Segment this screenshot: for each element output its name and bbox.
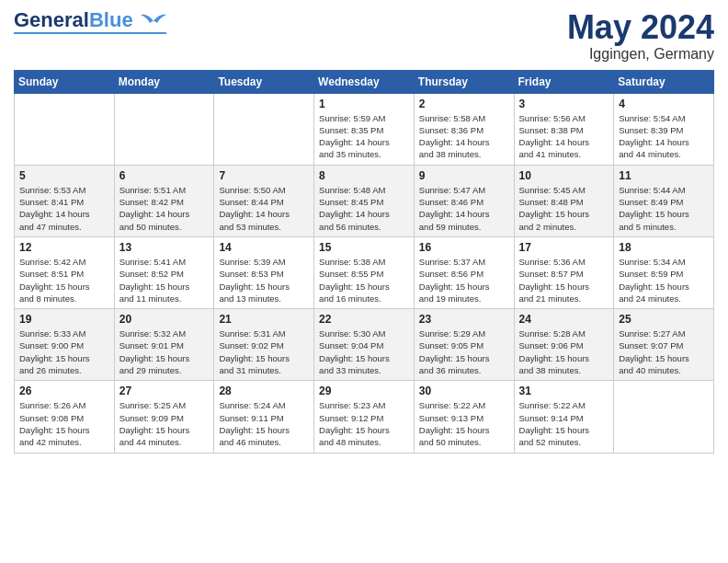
day-number: 28 bbox=[219, 385, 309, 397]
calendar-cell: 9Sunrise: 5:47 AM Sunset: 8:46 PM Daylig… bbox=[414, 165, 514, 236]
day-number: 19 bbox=[19, 313, 109, 326]
day-number: 21 bbox=[219, 313, 309, 326]
header-friday: Friday bbox=[514, 70, 614, 93]
header-monday: Monday bbox=[114, 70, 214, 93]
calendar-row-3: 12Sunrise: 5:42 AM Sunset: 8:51 PM Dayli… bbox=[15, 236, 714, 308]
calendar-cell: 4Sunrise: 5:54 AM Sunset: 8:39 PM Daylig… bbox=[614, 93, 714, 165]
day-number: 27 bbox=[119, 385, 210, 397]
day-info: Sunrise: 5:28 AM Sunset: 9:06 PM Dayligh… bbox=[519, 327, 609, 376]
logo-underline bbox=[14, 32, 166, 34]
day-number: 14 bbox=[219, 241, 309, 254]
calendar-cell: 11Sunrise: 5:44 AM Sunset: 8:49 PM Dayli… bbox=[614, 165, 714, 236]
day-number: 20 bbox=[119, 313, 210, 326]
day-info: Sunrise: 5:41 AM Sunset: 8:52 PM Dayligh… bbox=[119, 256, 210, 304]
day-number: 15 bbox=[319, 241, 409, 254]
day-info: Sunrise: 5:31 AM Sunset: 9:02 PM Dayligh… bbox=[219, 327, 309, 376]
header: GeneralBlue May 2024 Iggingen, Germany bbox=[14, 9, 714, 63]
calendar-cell: 17Sunrise: 5:36 AM Sunset: 8:57 PM Dayli… bbox=[514, 236, 614, 308]
day-number: 30 bbox=[419, 385, 509, 397]
calendar-cell: 29Sunrise: 5:23 AM Sunset: 9:12 PM Dayli… bbox=[314, 381, 415, 453]
day-number: 11 bbox=[619, 169, 709, 182]
day-number: 7 bbox=[219, 169, 309, 182]
day-number: 1 bbox=[319, 98, 409, 110]
calendar-cell: 31Sunrise: 5:22 AM Sunset: 9:14 PM Dayli… bbox=[514, 381, 614, 453]
day-info: Sunrise: 5:48 AM Sunset: 8:45 PM Dayligh… bbox=[319, 184, 409, 233]
day-info: Sunrise: 5:22 AM Sunset: 9:13 PM Dayligh… bbox=[419, 399, 509, 448]
day-number: 5 bbox=[19, 169, 109, 182]
header-sunday: Sunday bbox=[15, 70, 115, 93]
day-number: 2 bbox=[419, 98, 509, 110]
day-info: Sunrise: 5:33 AM Sunset: 9:00 PM Dayligh… bbox=[19, 327, 109, 376]
day-number: 17 bbox=[519, 241, 609, 254]
header-saturday: Saturday bbox=[614, 70, 714, 93]
calendar-cell: 18Sunrise: 5:34 AM Sunset: 8:59 PM Dayli… bbox=[614, 236, 714, 308]
day-info: Sunrise: 5:23 AM Sunset: 9:12 PM Dayligh… bbox=[319, 399, 409, 448]
calendar-cell: 23Sunrise: 5:29 AM Sunset: 9:05 PM Dayli… bbox=[414, 309, 514, 381]
day-info: Sunrise: 5:25 AM Sunset: 9:09 PM Dayligh… bbox=[119, 399, 210, 448]
calendar-cell: 10Sunrise: 5:45 AM Sunset: 8:48 PM Dayli… bbox=[514, 165, 614, 236]
calendar-cell: 7Sunrise: 5:50 AM Sunset: 8:44 PM Daylig… bbox=[214, 165, 314, 236]
calendar-cell: 14Sunrise: 5:39 AM Sunset: 8:53 PM Dayli… bbox=[214, 236, 314, 308]
day-info: Sunrise: 5:51 AM Sunset: 8:42 PM Dayligh… bbox=[119, 184, 210, 233]
calendar-cell: 13Sunrise: 5:41 AM Sunset: 8:52 PM Dayli… bbox=[114, 236, 214, 308]
day-info: Sunrise: 5:39 AM Sunset: 8:53 PM Dayligh… bbox=[219, 256, 309, 304]
calendar-cell: 27Sunrise: 5:25 AM Sunset: 9:09 PM Dayli… bbox=[114, 381, 214, 453]
calendar-cell: 26Sunrise: 5:26 AM Sunset: 9:08 PM Dayli… bbox=[15, 381, 115, 453]
day-info: Sunrise: 5:34 AM Sunset: 8:59 PM Dayligh… bbox=[619, 256, 709, 304]
day-number: 12 bbox=[19, 241, 109, 254]
day-number: 6 bbox=[119, 169, 210, 182]
day-number: 22 bbox=[319, 313, 409, 326]
calendar-cell: 30Sunrise: 5:22 AM Sunset: 9:13 PM Dayli… bbox=[414, 381, 514, 453]
day-number: 29 bbox=[319, 385, 409, 397]
day-number: 18 bbox=[619, 241, 709, 254]
calendar-cell: 24Sunrise: 5:28 AM Sunset: 9:06 PM Dayli… bbox=[514, 309, 614, 381]
logo-general: General bbox=[14, 8, 89, 31]
calendar-cell: 15Sunrise: 5:38 AM Sunset: 8:55 PM Dayli… bbox=[314, 236, 415, 308]
day-info: Sunrise: 5:54 AM Sunset: 8:39 PM Dayligh… bbox=[619, 112, 709, 161]
calendar-cell: 22Sunrise: 5:30 AM Sunset: 9:04 PM Dayli… bbox=[314, 309, 415, 381]
calendar-cell: 2Sunrise: 5:58 AM Sunset: 8:36 PM Daylig… bbox=[414, 93, 514, 165]
calendar-cell: 1Sunrise: 5:59 AM Sunset: 8:35 PM Daylig… bbox=[314, 93, 415, 165]
day-number: 26 bbox=[19, 385, 109, 397]
calendar-cell bbox=[15, 93, 115, 165]
day-number: 23 bbox=[419, 313, 509, 326]
calendar: Sunday Monday Tuesday Wednesday Thursday… bbox=[14, 70, 714, 454]
day-number: 9 bbox=[419, 169, 509, 182]
header-thursday: Thursday bbox=[414, 70, 514, 93]
day-info: Sunrise: 5:45 AM Sunset: 8:48 PM Dayligh… bbox=[519, 184, 609, 233]
day-info: Sunrise: 5:47 AM Sunset: 8:46 PM Dayligh… bbox=[419, 184, 509, 233]
day-number: 3 bbox=[519, 98, 609, 110]
calendar-cell: 25Sunrise: 5:27 AM Sunset: 9:07 PM Dayli… bbox=[614, 309, 714, 381]
day-info: Sunrise: 5:26 AM Sunset: 9:08 PM Dayligh… bbox=[19, 399, 109, 448]
day-number: 13 bbox=[119, 241, 210, 254]
calendar-cell: 20Sunrise: 5:32 AM Sunset: 9:01 PM Dayli… bbox=[114, 309, 214, 381]
calendar-cell: 6Sunrise: 5:51 AM Sunset: 8:42 PM Daylig… bbox=[114, 165, 214, 236]
weekday-header-row: Sunday Monday Tuesday Wednesday Thursday… bbox=[15, 70, 714, 93]
day-info: Sunrise: 5:24 AM Sunset: 9:11 PM Dayligh… bbox=[219, 399, 309, 448]
calendar-cell: 16Sunrise: 5:37 AM Sunset: 8:56 PM Dayli… bbox=[414, 236, 514, 308]
calendar-cell: 12Sunrise: 5:42 AM Sunset: 8:51 PM Dayli… bbox=[15, 236, 115, 308]
day-info: Sunrise: 5:38 AM Sunset: 8:55 PM Dayligh… bbox=[319, 256, 409, 304]
day-number: 8 bbox=[319, 169, 409, 182]
calendar-cell: 19Sunrise: 5:33 AM Sunset: 9:00 PM Dayli… bbox=[15, 309, 115, 381]
day-number: 25 bbox=[619, 313, 709, 326]
calendar-cell bbox=[114, 93, 214, 165]
title-section: May 2024 Iggingen, Germany bbox=[567, 9, 714, 63]
calendar-cell: 3Sunrise: 5:56 AM Sunset: 8:38 PM Daylig… bbox=[514, 93, 614, 165]
calendar-row-1: 1Sunrise: 5:59 AM Sunset: 8:35 PM Daylig… bbox=[15, 93, 714, 165]
calendar-cell: 5Sunrise: 5:53 AM Sunset: 8:41 PM Daylig… bbox=[15, 165, 115, 236]
day-number: 31 bbox=[519, 385, 609, 397]
day-info: Sunrise: 5:22 AM Sunset: 9:14 PM Dayligh… bbox=[519, 399, 609, 448]
day-number: 10 bbox=[519, 169, 609, 182]
calendar-cell: 21Sunrise: 5:31 AM Sunset: 9:02 PM Dayli… bbox=[214, 309, 314, 381]
calendar-row-2: 5Sunrise: 5:53 AM Sunset: 8:41 PM Daylig… bbox=[15, 165, 714, 236]
day-info: Sunrise: 5:59 AM Sunset: 8:35 PM Dayligh… bbox=[319, 112, 409, 161]
logo-blue: Blue bbox=[89, 8, 133, 31]
day-info: Sunrise: 5:37 AM Sunset: 8:56 PM Dayligh… bbox=[419, 256, 509, 304]
header-tuesday: Tuesday bbox=[214, 70, 314, 93]
day-info: Sunrise: 5:56 AM Sunset: 8:38 PM Dayligh… bbox=[519, 112, 609, 161]
day-number: 24 bbox=[519, 313, 609, 326]
day-info: Sunrise: 5:32 AM Sunset: 9:01 PM Dayligh… bbox=[119, 327, 210, 376]
calendar-cell bbox=[614, 381, 714, 453]
page: GeneralBlue May 2024 Iggingen, Germany S… bbox=[0, 0, 728, 467]
